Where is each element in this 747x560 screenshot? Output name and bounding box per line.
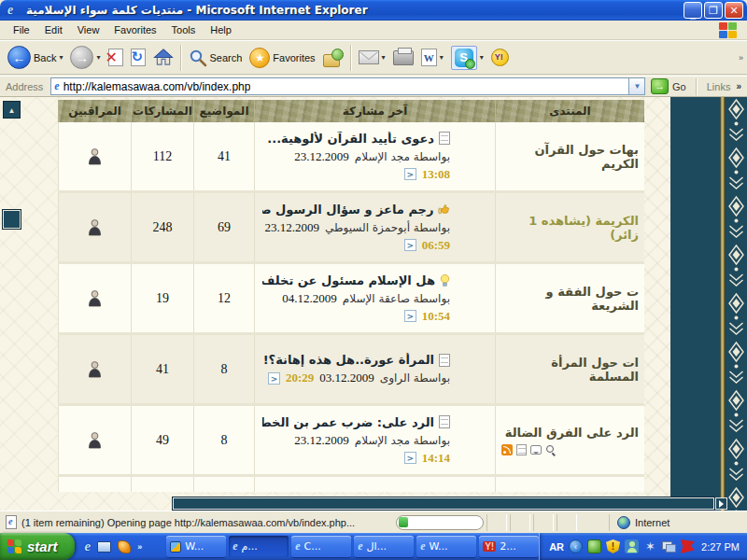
edit-dropdown-icon[interactable]: ▾ xyxy=(440,53,444,62)
forward-dropdown-icon[interactable]: ▾ xyxy=(96,53,100,62)
search-icon xyxy=(189,49,207,67)
minimize-button[interactable]: _ xyxy=(684,2,702,19)
print-button[interactable] xyxy=(389,43,417,73)
stop-button[interactable]: ✕ xyxy=(105,43,127,73)
tray-update-icon[interactable]: ‹ xyxy=(569,539,583,553)
last-post-title-link[interactable]: رجم ماعز و سؤال الرسول صلى... xyxy=(262,203,433,217)
last-post-title-link[interactable]: دعوى تأييد القرآن لألوهية... xyxy=(267,132,434,146)
lightbulb-icon xyxy=(440,273,450,287)
mail-dropdown-icon[interactable]: ▾ xyxy=(382,53,386,62)
forward-button[interactable]: → ▾ xyxy=(66,43,104,73)
back-dropdown-icon[interactable]: ▾ xyxy=(59,53,63,62)
tray-antivirus-flag-icon[interactable] xyxy=(681,539,695,553)
msn-quick-launch-icon[interactable] xyxy=(118,540,131,553)
rss-feed-icon[interactable] xyxy=(501,444,513,455)
scrollbar-right-arrow[interactable] xyxy=(715,497,727,510)
table-row: بهات حول القرآن الكريم دعوى تأييد القرآن… xyxy=(58,122,644,193)
table-row-partial xyxy=(58,477,644,492)
progress-bar xyxy=(396,515,484,530)
vertical-scrollbar-thumb[interactable] xyxy=(3,210,21,229)
tray-burst-icon[interactable]: ✶ xyxy=(643,539,657,553)
last-post-date: 03.12.2009 xyxy=(319,371,374,385)
horizontal-scrollbar-thumb[interactable] xyxy=(173,497,714,510)
posts-count: 19 xyxy=(131,264,193,332)
forum-table: المنتدى آخر مشاركة المواضيع المشاركات ال… xyxy=(58,100,644,492)
links-chevron-icon[interactable]: » xyxy=(736,81,741,91)
last-post-title-link[interactable]: هل الإسلام مسئول عن تخلف... xyxy=(262,273,435,287)
last-post-time: 10:54 xyxy=(422,309,450,324)
refresh-button[interactable]: ↻ xyxy=(127,43,149,73)
edit-with-word-button[interactable]: W ▾ xyxy=(417,43,447,73)
go-label[interactable]: Go xyxy=(672,81,686,92)
skype-button[interactable]: S ▾ xyxy=(447,43,487,73)
goto-last-post-button[interactable]: > xyxy=(404,239,416,251)
tray-security-alert-icon[interactable]: ! xyxy=(606,539,620,553)
taskbar-window-buttons: W... e م... e C... e ال... e W... Y! 2..… xyxy=(166,536,539,557)
quick-launch-chevron-icon[interactable]: » xyxy=(137,542,142,552)
taskbar-window-button[interactable]: e W... xyxy=(416,536,476,557)
skype-dropdown-icon[interactable]: ▾ xyxy=(480,53,484,62)
favorites-button[interactable]: ★ Favorites xyxy=(246,43,318,73)
thumbs-up-icon xyxy=(438,203,450,216)
last-post-title-link[interactable]: الرد على: ضرب عمر بن الخطاب... xyxy=(262,415,434,429)
topics-count: 41 xyxy=(193,122,254,190)
menu-help[interactable]: Help xyxy=(203,21,239,38)
forum-link[interactable]: بهات حول القرآن الكريم xyxy=(501,143,639,171)
menu-view[interactable]: View xyxy=(70,21,107,38)
menu-favorites[interactable]: Favorites xyxy=(106,21,163,38)
stop-icon: ✕ xyxy=(108,49,123,66)
back-button[interactable]: ← Back ▾ xyxy=(4,43,66,73)
tray-network-icon[interactable] xyxy=(662,539,676,553)
ie-quick-launch-icon[interactable]: e xyxy=(84,539,91,554)
last-post-title-link[interactable]: المرأة عورة..هل هذه إهانة؟!!! xyxy=(262,353,434,367)
links-label[interactable]: Links xyxy=(707,81,731,92)
show-desktop-icon[interactable] xyxy=(97,541,111,553)
app-icon xyxy=(170,541,181,553)
status-pane xyxy=(486,514,507,531)
goto-last-post-button[interactable]: > xyxy=(404,310,416,322)
history-button[interactable] xyxy=(319,43,347,73)
last-post-author[interactable]: بواسطة مجد الإسلام xyxy=(355,434,450,447)
taskbar-window-button[interactable]: W... xyxy=(166,536,226,557)
last-post-author[interactable]: بواسطة مجد الإسلام xyxy=(355,150,450,163)
yahoo-messenger-button[interactable] xyxy=(487,43,513,73)
address-input[interactable]: e http://kalemasawaa.com/vb/index.php xyxy=(50,77,629,95)
taskbar-window-button[interactable]: e ال... xyxy=(354,536,414,557)
forum-link[interactable]: الرد على الفرق الضالة xyxy=(501,426,639,440)
toolbar-overflow-chevron-icon[interactable]: » xyxy=(739,53,743,63)
forum-link[interactable]: ت حول الفقة و الشريعة xyxy=(501,285,639,313)
forum-link[interactable]: ات حول المرأة المسلمة xyxy=(501,356,639,384)
language-indicator[interactable]: AR xyxy=(549,541,564,553)
taskbar-window-button[interactable]: e C... xyxy=(291,536,351,557)
tray-green-utility-icon[interactable] xyxy=(587,539,601,553)
home-button[interactable] xyxy=(149,43,177,73)
taskbar-window-button-active[interactable]: e م... xyxy=(229,536,289,557)
last-post-author[interactable]: بواسطة صاعقة الإسلام xyxy=(343,292,450,305)
comment-icon[interactable] xyxy=(530,445,542,455)
tray-messenger-icon[interactable] xyxy=(625,539,639,553)
start-label: start xyxy=(27,539,58,554)
go-icon[interactable]: → xyxy=(651,78,669,94)
goto-last-post-button[interactable]: > xyxy=(404,168,416,180)
windows-logo-icon xyxy=(719,21,740,39)
menu-file[interactable]: File xyxy=(6,21,37,38)
home-icon xyxy=(153,49,174,66)
search-button[interactable]: Search xyxy=(185,43,247,73)
forum-link[interactable]: الكريمة (يشاهده 1 زائر) xyxy=(501,214,639,242)
goto-last-post-button[interactable]: > xyxy=(404,452,416,464)
close-button[interactable]: ✕ xyxy=(725,2,743,19)
taskbar-window-button[interactable]: Y! 2... xyxy=(479,536,539,557)
address-dropdown-button[interactable]: ▼ xyxy=(629,77,645,95)
page-background-strip xyxy=(644,97,670,511)
last-post-author[interactable]: بواسطة أبوحمزة السيوطي xyxy=(325,221,450,234)
scrollbar-up-arrow[interactable]: ▲ xyxy=(3,101,21,119)
last-post-author[interactable]: بواسطة الراوى xyxy=(380,371,450,385)
forum-search-icon[interactable] xyxy=(545,444,557,455)
menu-edit[interactable]: Edit xyxy=(37,21,70,38)
start-button[interactable]: start xyxy=(0,533,75,560)
refresh-icon: ↻ xyxy=(131,49,146,66)
mail-button[interactable]: ▾ xyxy=(355,43,389,73)
restore-button[interactable]: ❐ xyxy=(704,2,723,19)
goto-last-post-button[interactable]: > xyxy=(268,372,280,385)
menu-tools[interactable]: Tools xyxy=(164,21,204,38)
